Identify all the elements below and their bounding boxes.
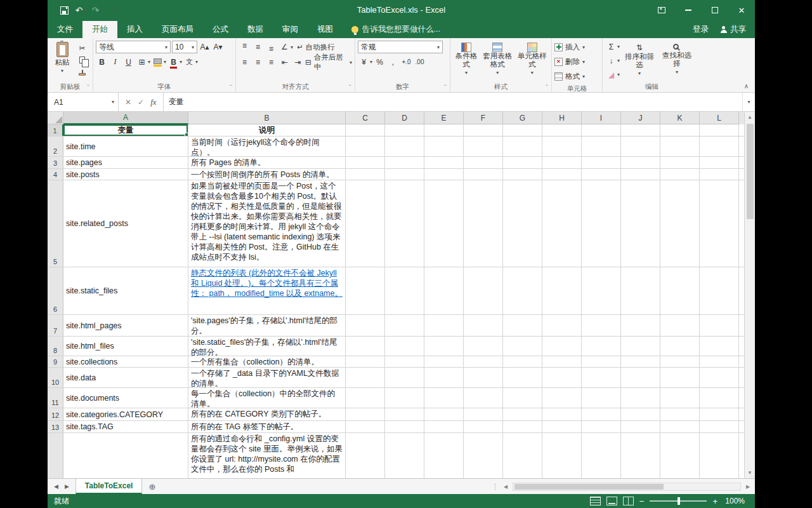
empty-cells[interactable]: [346, 337, 744, 356]
scroll-left-icon[interactable]: ◀: [501, 484, 510, 490]
format-painter-button[interactable]: [76, 66, 88, 78]
row-header-13[interactable]: 13: [48, 421, 63, 432]
format-cells-button[interactable]: 格式 ▾: [554, 70, 599, 83]
row-header-4[interactable]: 4: [48, 169, 63, 180]
empty-cells[interactable]: [346, 368, 744, 387]
next-sheet-button[interactable]: ▶: [65, 483, 69, 490]
share-button[interactable]: 共享: [720, 21, 746, 38]
column-header-K[interactable]: K: [660, 112, 700, 124]
decrease-indent-button[interactable]: ⇤: [278, 57, 291, 69]
collapse-ribbon-button[interactable]: ∧: [744, 83, 749, 90]
cell-A9[interactable]: site.collections: [63, 356, 188, 367]
scroll-up-icon[interactable]: ▲: [745, 112, 755, 123]
fill-button[interactable]: ↓▾: [605, 55, 620, 67]
cell-A12[interactable]: site.categories.CATEGORY: [63, 408, 188, 420]
underline-button[interactable]: U: [122, 56, 134, 68]
page-layout-view-button[interactable]: [606, 497, 617, 505]
horizontal-scroll-thumb[interactable]: [514, 484, 664, 490]
tab-split-handle[interactable]: ⋮: [492, 483, 499, 491]
empty-cells[interactable]: [346, 388, 744, 408]
scroll-right-icon[interactable]: ▶: [743, 484, 752, 490]
bold-button[interactable]: B: [96, 56, 108, 68]
decrease-decimal-button[interactable]: .00: [414, 56, 426, 68]
cell-A5[interactable]: site.related_posts: [63, 180, 188, 267]
minimize-button[interactable]: [675, 0, 702, 20]
cancel-entry-button[interactable]: ✕: [125, 98, 131, 107]
fill-handle[interactable]: [185, 133, 188, 136]
empty-cells[interactable]: [346, 433, 744, 478]
maximize-button[interactable]: [702, 0, 728, 20]
row-header-3[interactable]: 3: [48, 157, 63, 168]
column-header-I[interactable]: I: [582, 112, 621, 124]
row-header-partial[interactable]: [48, 433, 63, 478]
find-select-button[interactable]: 查找和选择 ▾: [659, 41, 695, 82]
redo-button[interactable]: ↷▾: [89, 2, 105, 18]
close-button[interactable]: ✕: [728, 0, 755, 20]
cell-A4[interactable]: site.posts: [63, 169, 188, 180]
autosum-button[interactable]: Σ▾: [605, 41, 620, 53]
empty-cells[interactable]: [346, 124, 744, 136]
cell-A2[interactable]: site.time: [63, 137, 188, 156]
zoom-out-button[interactable]: −: [639, 497, 645, 506]
tab-page-layout[interactable]: 页面布局: [152, 21, 203, 38]
cell-A10[interactable]: site.data: [63, 368, 188, 387]
row-header-9[interactable]: 9: [48, 356, 63, 367]
zoom-slider[interactable]: [650, 500, 707, 502]
merge-center-button[interactable]: ⊟ 合并后居中 ▾: [305, 56, 352, 69]
zoom-level[interactable]: 100%: [723, 497, 745, 505]
name-box[interactable]: A1 ▾: [48, 93, 119, 111]
clear-button[interactable]: ◢▾: [605, 69, 620, 81]
cell-B4[interactable]: 一个按照时间倒序的所有 Posts 的清单。: [188, 169, 346, 180]
tab-insert[interactable]: 插入: [117, 21, 152, 38]
cell-styles-button[interactable]: 单元格样式 ▾: [516, 41, 549, 82]
cell-A13[interactable]: site.tags.TAG: [63, 421, 188, 432]
grow-font-button[interactable]: A▴: [199, 41, 211, 53]
cell-B5[interactable]: 如果当前被处理的页面是一个 Post，这个变量就会包含最多10个相关的 Post…: [188, 180, 346, 267]
wrap-text-button[interactable]: ↵ 自动换行: [297, 41, 335, 53]
cell-B12[interactable]: 所有的在 CATEGORY 类别下的帖子。: [188, 408, 346, 420]
empty-cells[interactable]: [346, 169, 744, 180]
cell-A6[interactable]: site.static_files: [63, 267, 188, 314]
row-header-5[interactable]: 5: [48, 180, 63, 267]
save-button[interactable]: [56, 2, 72, 18]
column-header-L[interactable]: L: [700, 112, 739, 124]
page-break-view-button[interactable]: [623, 497, 634, 505]
empty-cells[interactable]: [346, 408, 744, 420]
row-header-1[interactable]: 1: [48, 124, 63, 136]
column-header-F[interactable]: F: [464, 112, 503, 124]
row-header-12[interactable]: 12: [48, 408, 63, 420]
cell-B10[interactable]: 一个存储了 _data 目录下的YAML文件数据的清单。: [188, 368, 346, 387]
vertical-scroll-thumb[interactable]: [747, 124, 754, 219]
cell-B2[interactable]: 当前时间（运行jekyll这个命令的时间点）。: [188, 137, 346, 156]
cell-B3[interactable]: 所有 Pages 的清单。: [188, 157, 346, 168]
cell-A7[interactable]: site.html_pages: [63, 315, 188, 336]
customize-qat-button[interactable]: ▾: [106, 2, 121, 18]
column-header-J[interactable]: J: [621, 112, 660, 124]
column-header-D[interactable]: D: [385, 112, 424, 124]
dialog-launcher-icon[interactable]: ˇ: [228, 86, 234, 91]
orientation-button[interactable]: ∠▾: [278, 41, 293, 53]
align-bottom-button[interactable]: ≡: [265, 41, 277, 53]
align-left-button[interactable]: ≡: [239, 57, 251, 69]
sign-in-button[interactable]: 登录: [693, 21, 709, 38]
tab-data[interactable]: 数据: [238, 21, 273, 38]
new-sheet-button[interactable]: ⊕: [142, 479, 162, 494]
shrink-font-button[interactable]: A▾: [212, 41, 224, 53]
cell-B1[interactable]: 说明: [188, 124, 346, 136]
tab-file[interactable]: 文件: [48, 21, 82, 38]
cell-B9[interactable]: 一个所有集合（collection）的清单。: [188, 356, 346, 367]
italic-button[interactable]: I: [109, 56, 121, 68]
column-header-G[interactable]: G: [503, 112, 542, 124]
tab-review[interactable]: 审阅: [273, 21, 308, 38]
ribbon-display-options-button[interactable]: [648, 0, 675, 20]
empty-cells[interactable]: [346, 267, 744, 314]
percent-style-button[interactable]: %: [374, 56, 386, 68]
cut-button[interactable]: ✂: [76, 42, 88, 54]
cell-A11[interactable]: site.documents: [63, 388, 188, 408]
normal-view-button[interactable]: [590, 497, 601, 505]
row-header-6[interactable]: 6: [48, 267, 63, 314]
column-header-B[interactable]: B: [188, 112, 346, 124]
insert-cells-button[interactable]: 插入 ▾: [554, 41, 599, 53]
formula-input[interactable]: 变量: [164, 93, 742, 111]
sort-filter-button[interactable]: ⇅ 排序和筛选 ▾: [622, 41, 657, 82]
